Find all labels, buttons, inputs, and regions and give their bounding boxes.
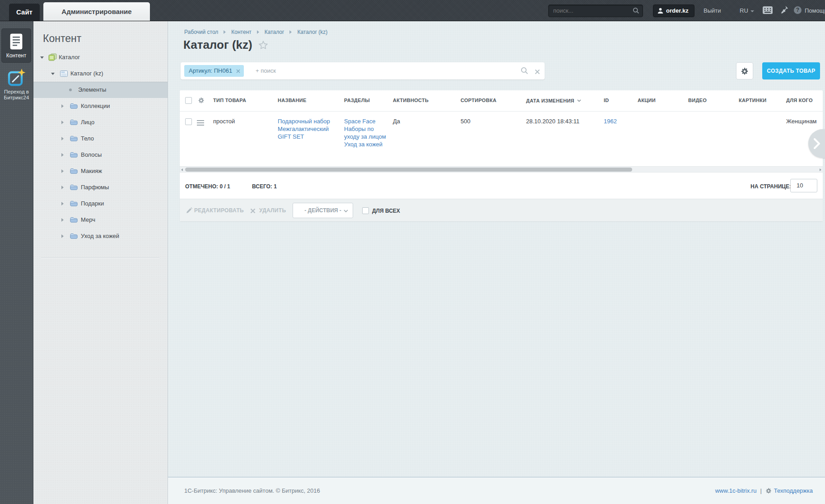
support-link[interactable]: Техподдержка bbox=[774, 487, 813, 494]
chevron-collapsed-icon[interactable] bbox=[61, 218, 64, 222]
tree-item-kollekcii[interactable]: Коллекции bbox=[33, 98, 168, 114]
filter-search-icon[interactable] bbox=[521, 67, 528, 76]
actions-dropdown[interactable]: - ДЕЙСТВИЯ - bbox=[293, 203, 353, 218]
chevron-collapsed-icon[interactable] bbox=[61, 104, 64, 108]
logout-link[interactable]: Выйти bbox=[704, 7, 721, 14]
tree-item-catalog[interactable]: Каталог bbox=[33, 49, 168, 65]
scroll-left-icon[interactable] bbox=[181, 168, 183, 171]
tree-item-label[interactable]: Уход за кожей bbox=[81, 228, 119, 244]
tab-admin[interactable]: Администрирование bbox=[43, 2, 150, 21]
create-product-button[interactable]: СОЗДАТЬ ТОВАР bbox=[762, 62, 820, 79]
scroll-right-icon[interactable] bbox=[820, 168, 821, 171]
filter-chip-label: Артикул: ПН061 bbox=[189, 67, 232, 74]
section-link[interactable]: Уход за кожей bbox=[344, 140, 389, 148]
filter-add-search[interactable]: + поиск bbox=[256, 62, 276, 79]
tree-item-catalog-kz[interactable]: Каталог (kz) bbox=[33, 65, 168, 82]
tree-item-merch[interactable]: Мерч bbox=[33, 212, 168, 228]
settings-gear-button[interactable] bbox=[736, 62, 753, 79]
search-icon[interactable] bbox=[633, 7, 639, 16]
select-all-checkbox[interactable] bbox=[185, 97, 192, 104]
breadcrumb-link[interactable]: Контент bbox=[231, 29, 251, 35]
column-header-modified[interactable]: ДАТА ИЗМЕНЕНИЯ bbox=[526, 98, 581, 103]
filter-chip[interactable]: Артикул: ПН061 bbox=[184, 65, 244, 77]
column-header-sort[interactable]: СОРТИРОВКА bbox=[461, 98, 496, 103]
tree-item-label[interactable]: Каталог (kz) bbox=[70, 65, 103, 82]
row-checkbox[interactable] bbox=[185, 118, 192, 125]
rail-item-bitrix24[interactable]: Переход в Битрикс24 bbox=[0, 68, 33, 101]
chevron-collapsed-icon[interactable] bbox=[61, 202, 64, 205]
tree-item-label[interactable]: Мерч bbox=[81, 212, 95, 228]
column-header-promos[interactable]: АКЦИИ bbox=[638, 98, 656, 103]
for-all-checkbox[interactable] bbox=[362, 207, 369, 214]
breadcrumb-link[interactable]: Рабочий стол bbox=[184, 29, 218, 35]
chevron-expanded-icon[interactable] bbox=[51, 73, 55, 75]
topbar-search[interactable] bbox=[548, 5, 643, 17]
product-name-link[interactable]: Подарочный набор Межгалактический GIFT S… bbox=[278, 118, 330, 140]
cell-audience: Женщинам bbox=[786, 117, 817, 125]
keyboard-icon[interactable] bbox=[762, 6, 773, 16]
favorite-star-icon[interactable] bbox=[259, 41, 268, 51]
section-link[interactable]: Space Face bbox=[344, 117, 389, 125]
tree-item-label[interactable]: Парфюмы bbox=[81, 179, 109, 196]
help-link[interactable]: Помощь bbox=[805, 7, 825, 14]
chevron-collapsed-icon[interactable] bbox=[61, 121, 64, 124]
column-header-sections[interactable]: РАЗДЕЛЫ bbox=[344, 98, 370, 103]
delete-button[interactable]: УДАЛИТЬ bbox=[259, 207, 286, 214]
column-header-audience[interactable]: ДЛЯ КОГО bbox=[786, 98, 813, 103]
pin-icon[interactable] bbox=[781, 5, 788, 16]
tree-item-makiyazh[interactable]: Макияж bbox=[33, 163, 168, 179]
cell-modified: 28.10.2020 18:43:11 bbox=[526, 117, 579, 125]
tree-item-lico[interactable]: Лицо bbox=[33, 114, 168, 131]
chevron-collapsed-icon[interactable] bbox=[61, 169, 64, 173]
grid-settings-icon[interactable] bbox=[198, 97, 205, 106]
tree-item-volosy[interactable]: Волосы bbox=[33, 147, 168, 163]
tree-item-uhod-za-kozhey[interactable]: Уход за кожей bbox=[33, 228, 168, 244]
column-header-type[interactable]: ТИП ТОВАРА bbox=[213, 98, 246, 103]
row-menu-button[interactable] bbox=[197, 120, 204, 126]
column-header-active[interactable]: АКТИВНОСТЬ bbox=[393, 98, 429, 103]
chevron-collapsed-icon[interactable] bbox=[61, 186, 64, 189]
tree-item-telo[interactable]: Тело bbox=[33, 131, 168, 147]
chevron-collapsed-icon[interactable] bbox=[61, 137, 64, 140]
edit-button[interactable]: РЕДАКТИРОВАТЬ bbox=[194, 207, 244, 214]
tree-item-label[interactable]: Тело bbox=[81, 131, 94, 147]
bullet-icon bbox=[69, 89, 72, 91]
chevron-expanded-icon[interactable] bbox=[40, 56, 44, 59]
tab-site[interactable]: Сайт bbox=[9, 4, 40, 21]
filter-clear-icon[interactable] bbox=[535, 68, 540, 76]
tree-item-label[interactable]: Коллекции bbox=[81, 98, 110, 114]
per-page-select[interactable]: 10 bbox=[790, 179, 817, 192]
column-header-video[interactable]: ВИДЕО bbox=[688, 98, 707, 103]
folder-icon bbox=[70, 168, 78, 176]
product-id-link[interactable]: 1962 bbox=[604, 117, 617, 125]
tree-item-podarki[interactable]: Подарки bbox=[33, 196, 168, 212]
tree-item-parfyumy[interactable]: Парфюмы bbox=[33, 179, 168, 196]
tree-item-label[interactable]: Лицо bbox=[81, 114, 94, 131]
tree-item-label[interactable]: Волосы bbox=[81, 147, 102, 163]
rail-item-content[interactable]: Контент bbox=[1, 28, 31, 63]
language-selector[interactable]: RU bbox=[740, 7, 754, 14]
breadcrumb-link[interactable]: Каталог bbox=[265, 29, 284, 35]
section-link[interactable]: Наборы по уходу за лицом bbox=[344, 125, 389, 140]
scrollbar-thumb[interactable] bbox=[185, 168, 632, 172]
filter-bar[interactable]: Артикул: ПН061 + поиск bbox=[181, 62, 545, 79]
horizontal-scrollbar[interactable] bbox=[180, 166, 823, 173]
tree-item-label[interactable]: Элементы bbox=[78, 82, 106, 98]
tree-item-label[interactable]: Макияж bbox=[81, 163, 102, 179]
tree-item-label[interactable]: Подарки bbox=[81, 196, 104, 212]
help-icon[interactable]: ? bbox=[794, 6, 802, 14]
chip-remove-icon[interactable] bbox=[236, 69, 240, 73]
tree-item-elements[interactable]: Элементы bbox=[33, 82, 168, 98]
for-all-label[interactable]: для всех bbox=[372, 208, 400, 214]
tree-item-label[interactable]: Каталог bbox=[59, 49, 80, 65]
breadcrumb-link[interactable]: Каталог (kz) bbox=[297, 29, 327, 35]
folder-icon bbox=[70, 184, 78, 192]
column-header-name[interactable]: НАЗВАНИЕ bbox=[278, 98, 307, 103]
chevron-collapsed-icon[interactable] bbox=[61, 153, 64, 157]
search-input[interactable] bbox=[549, 5, 631, 16]
column-header-id[interactable]: ID bbox=[604, 98, 609, 103]
bitrix-site-link[interactable]: www.1c-bitrix.ru bbox=[715, 487, 757, 494]
column-header-images[interactable]: КАРТИНКИ bbox=[739, 98, 766, 103]
chevron-collapsed-icon[interactable] bbox=[61, 234, 64, 238]
user-menu-button[interactable]: order.kz bbox=[653, 5, 694, 17]
